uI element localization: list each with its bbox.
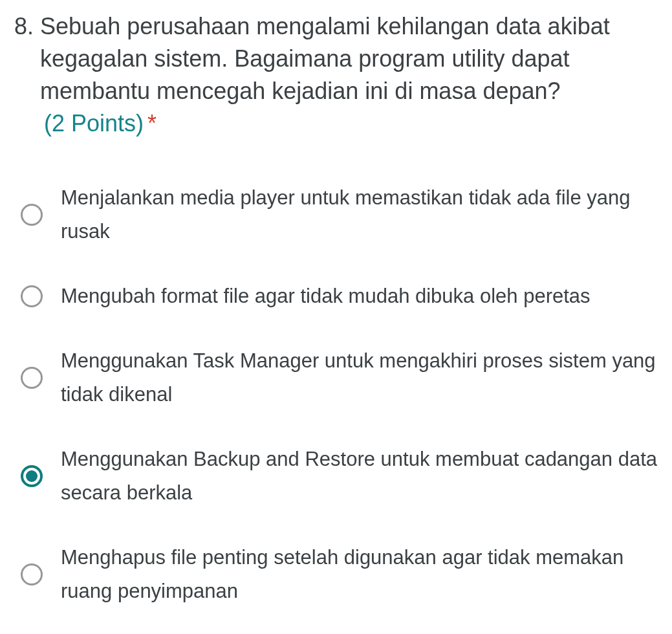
- required-indicator: *: [144, 110, 157, 137]
- question-number: 8.: [14, 10, 40, 43]
- question-header: 8. Sebuah perusahaan mengalami kehilanga…: [14, 10, 658, 140]
- radio-icon[interactable]: [21, 563, 43, 585]
- option-label: Mengubah format file agar tidak mudah di…: [61, 279, 658, 313]
- question-points: (2 Points): [40, 110, 144, 137]
- option-1[interactable]: Menjalankan media player untuk memastika…: [14, 166, 658, 264]
- question-text: Sebuah perusahaan mengalami kehilangan d…: [40, 13, 610, 104]
- option-label: Menggunakan Backup and Restore untuk mem…: [61, 443, 658, 510]
- radio-icon[interactable]: [21, 204, 43, 226]
- form-question: 8. Sebuah perusahaan mengalami kehilanga…: [0, 0, 672, 634]
- radio-icon-selected[interactable]: [21, 465, 43, 487]
- radio-icon[interactable]: [21, 367, 43, 389]
- option-label: Menjalankan media player untuk memastika…: [61, 181, 658, 248]
- option-4[interactable]: Menggunakan Backup and Restore untuk mem…: [14, 427, 658, 525]
- question-body: Sebuah perusahaan mengalami kehilangan d…: [40, 10, 658, 140]
- option-label: Menghapus file penting setelah digunakan…: [61, 541, 658, 608]
- radio-icon[interactable]: [21, 285, 43, 307]
- option-2[interactable]: Mengubah format file agar tidak mudah di…: [14, 264, 658, 329]
- option-label: Menggunakan Task Manager untuk mengakhir…: [61, 344, 658, 411]
- option-5[interactable]: Menghapus file penting setelah digunakan…: [14, 525, 658, 624]
- option-3[interactable]: Menggunakan Task Manager untuk mengakhir…: [14, 329, 658, 427]
- options-group: Menjalankan media player untuk memastika…: [14, 166, 658, 624]
